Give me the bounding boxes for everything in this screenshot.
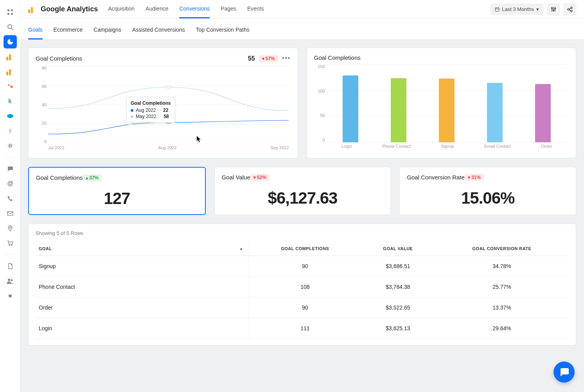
- nav-target-icon[interactable]: [4, 177, 17, 190]
- nav-phone-icon[interactable]: [4, 192, 17, 205]
- svg-point-18: [8, 279, 10, 281]
- nav-k-icon[interactable]: k: [4, 95, 17, 108]
- svg-rect-14: [7, 211, 13, 215]
- nav-chat-icon[interactable]: [4, 162, 17, 175]
- cell-goal: Order: [36, 297, 249, 318]
- svg-point-32: [571, 10, 572, 12]
- cell-goal: Signup: [36, 256, 249, 277]
- subtab-top-paths[interactable]: Top Conversion Paths: [196, 27, 250, 39]
- th-value[interactable]: GOAL VALUE: [361, 242, 435, 256]
- nav-cart-icon[interactable]: [4, 236, 17, 250]
- goals-table-card: Showing 5 of 5 Rows GOAL▾ GOAL COMPLETIO…: [28, 224, 576, 345]
- share-button[interactable]: [564, 4, 576, 15]
- tab-conversions[interactable]: Conversions: [179, 0, 210, 18]
- settings-sliders-button[interactable]: [547, 4, 560, 15]
- kpi-card-0[interactable]: Goal Completions▴37%127: [28, 167, 206, 215]
- nav-plug-icon[interactable]: [4, 289, 17, 303]
- svg-line-33: [569, 8, 571, 9]
- tab-acquisition[interactable]: Acquisition: [108, 0, 135, 18]
- page-title: Google Analytics: [41, 5, 98, 13]
- nav-ga-orange2-icon[interactable]: [4, 65, 17, 78]
- kpi-delta-badge: ▾52%: [250, 174, 270, 181]
- nav-search-icon[interactable]: [4, 20, 17, 34]
- line-card-value: 55: [248, 55, 255, 62]
- svg-point-27: [552, 7, 553, 9]
- subtabs-bar: Goals Ecommerce Campaigns Assisted Conve…: [20, 19, 584, 40]
- svg-rect-1: [11, 9, 13, 11]
- bar-phone-contact[interactable]: [391, 78, 406, 142]
- kpi-card-2[interactable]: Goal Conversion Rate▾31%15.06%: [399, 167, 576, 215]
- nav-users-icon[interactable]: [4, 274, 17, 288]
- nav-cloud-icon[interactable]: [4, 109, 17, 123]
- subtab-assisted[interactable]: Assisted Conversions: [132, 27, 185, 39]
- date-range-button[interactable]: Last 3 Months ▾: [491, 4, 543, 14]
- subtab-ecommerce[interactable]: Ecommerce: [54, 27, 83, 39]
- svg-point-30: [571, 7, 572, 9]
- line-card-menu-button[interactable]: •••: [282, 54, 291, 63]
- left-nav: k: [0, 0, 20, 392]
- nav-ga-orange-icon[interactable]: [4, 50, 17, 63]
- ga-logo-icon: [28, 5, 36, 13]
- svg-point-17: [11, 245, 12, 246]
- caret-up-icon: ▴: [86, 175, 88, 181]
- th-rate[interactable]: GOAL CONVERSION RATE: [435, 242, 569, 256]
- bar-signup[interactable]: [439, 79, 455, 142]
- line-chart[interactable]: 806040200 Goal Completions Aug 2022 22 M…: [36, 66, 291, 152]
- svg-point-31: [568, 9, 569, 10]
- tab-pages[interactable]: Pages: [221, 0, 236, 18]
- kpi-card-1[interactable]: Goal Value▾52%$6,127.63: [214, 167, 391, 215]
- th-goal[interactable]: GOAL▾: [36, 242, 249, 256]
- kpi-delta-badge: ▾31%: [465, 174, 484, 181]
- svg-rect-0: [7, 9, 9, 11]
- table-row[interactable]: Signup90$3,686.5134.78%: [36, 256, 569, 277]
- svg-point-28: [553, 9, 554, 11]
- cell-rate: 29.64%: [435, 318, 569, 339]
- kpi-title: Goal Conversion Rate: [407, 174, 465, 181]
- subtab-campaigns[interactable]: Campaigns: [93, 27, 121, 39]
- nav-mail-icon[interactable]: [4, 207, 17, 220]
- sort-desc-icon: ▾: [240, 247, 243, 251]
- nav-plant-icon[interactable]: [4, 124, 17, 138]
- chat-fab-button[interactable]: [553, 362, 575, 383]
- table-row[interactable]: Login111$3,625.1329.64%: [36, 318, 569, 339]
- table-showing: Showing 5 of 5 Rows: [36, 230, 569, 236]
- svg-point-19: [11, 279, 13, 281]
- svg-rect-20: [495, 8, 499, 11]
- table-row[interactable]: Order90$3,522.6513.37%: [36, 297, 569, 318]
- nav-doc-icon[interactable]: [4, 260, 17, 273]
- cell-goal: Phone Contact: [36, 277, 249, 297]
- tab-audience[interactable]: Audience: [146, 0, 168, 18]
- nav-gear-icon[interactable]: [4, 139, 17, 152]
- svg-point-36: [165, 86, 172, 88]
- line-x-axis: Jul 2022Aug 2022Sep 2022: [48, 145, 289, 152]
- subtab-goals[interactable]: Goals: [28, 27, 43, 39]
- bar-email-contact[interactable]: [487, 83, 503, 142]
- chevron-down-icon: ▾: [536, 6, 539, 12]
- svg-rect-3: [11, 13, 13, 15]
- cell-rate: 25.77%: [435, 277, 569, 297]
- kpi-title: Goal Completions: [36, 174, 83, 181]
- nav-apps-icon[interactable]: [4, 5, 17, 19]
- svg-point-10: [9, 145, 11, 147]
- svg-rect-2: [7, 13, 9, 15]
- tab-events[interactable]: Events: [247, 0, 264, 18]
- nav-dashboard-icon[interactable]: [4, 35, 17, 48]
- cell-completions: 90: [249, 256, 361, 277]
- bar-login[interactable]: [343, 75, 358, 142]
- svg-line-34: [569, 10, 571, 11]
- nav-pin-icon[interactable]: [4, 222, 17, 235]
- line-card-title: Goal Completions: [36, 55, 82, 62]
- nav-hubspot-icon[interactable]: [4, 80, 17, 93]
- table-row[interactable]: Phone Contact108$3,784.3825.77%: [36, 277, 569, 297]
- svg-line-5: [11, 28, 13, 30]
- th-completions[interactable]: GOAL COMPLETIONS: [249, 242, 361, 256]
- bar-x-axis: LoginPhone ContactSignupEmail ContactOrd…: [327, 144, 568, 150]
- cell-value: $3,686.51: [361, 256, 435, 277]
- bar-order[interactable]: [535, 84, 551, 142]
- caret-down-icon: ▾: [253, 175, 256, 180]
- bar-chart[interactable]: 150100500 LoginPhone ContactSignupEmail …: [314, 64, 569, 150]
- cell-value: $3,522.65: [361, 297, 435, 318]
- line-y-axis: 806040200: [36, 66, 47, 144]
- cell-rate: 13.37%: [435, 297, 569, 318]
- goal-completions-line-card: Goal Completions 55 ▾ 57% ••• 806040200: [28, 48, 298, 158]
